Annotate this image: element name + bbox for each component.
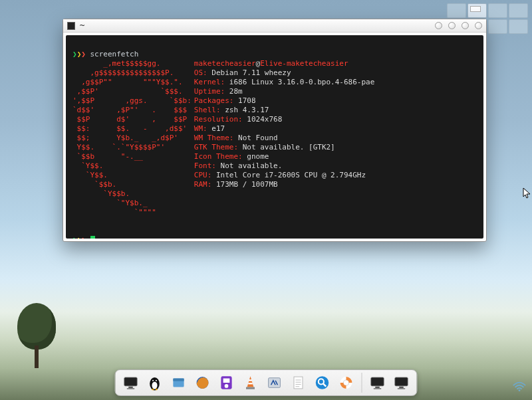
dock[interactable]	[115, 369, 418, 396]
window-titlebar[interactable]: ~	[63, 19, 486, 33]
screenfetch-ascii-logo: _,met$$$$$gg. ,g$$$$$$$$$$$$$$$P. ,g$$P"…	[72, 59, 192, 217]
workspace-cell[interactable]	[447, 3, 466, 18]
wallpaper-tree	[17, 303, 56, 368]
svg-point-5	[152, 380, 154, 381]
terminal-cursor	[90, 236, 95, 239]
window-title: ~	[79, 21, 85, 30]
search-blue-icon[interactable]	[313, 373, 332, 393]
svg-point-6	[156, 380, 157, 381]
window-shade-button[interactable]	[462, 22, 469, 29]
terminal-viewport[interactable]: ❯❯❯ screenfetch _,met$$$$$gg. ,g$$$$$$$$…	[66, 35, 483, 239]
shell-prompt: ❯❯❯	[72, 236, 86, 239]
dock-separator	[362, 373, 362, 393]
shell-prompt: ❯❯❯	[72, 50, 86, 58]
svg-rect-27	[399, 387, 404, 388]
workspace-cell[interactable]	[509, 3, 528, 18]
window-close-button[interactable]	[475, 22, 482, 29]
svg-rect-1	[128, 387, 133, 388]
svg-rect-13	[249, 379, 252, 381]
svg-rect-14	[248, 383, 253, 384]
terminal-window[interactable]: ~ ❯❯❯ screenfetch _,met$$$$$gg. ,g$$$$$$…	[63, 19, 487, 242]
shell-command: screenfetch	[90, 50, 139, 58]
window-minimize-button[interactable]	[435, 22, 442, 29]
terminal-app-icon	[67, 22, 75, 30]
document-icon[interactable]	[289, 373, 309, 393]
svg-rect-24	[375, 387, 380, 388]
workspace-cell[interactable]	[509, 19, 528, 34]
svg-rect-15	[246, 387, 255, 389]
svg-rect-11	[223, 379, 230, 383]
wifi-icon[interactable]	[512, 381, 527, 392]
svg-point-22	[343, 380, 348, 385]
svg-rect-2	[127, 388, 134, 389]
mouse-cursor-icon	[523, 187, 531, 199]
svg-point-18	[316, 376, 329, 389]
window-maximize-button[interactable]	[448, 22, 456, 29]
svg-rect-0	[124, 377, 138, 386]
monitor-a-icon[interactable]	[368, 373, 388, 393]
svg-point-29	[519, 389, 521, 391]
virtualbox-icon[interactable]	[265, 373, 285, 393]
svg-point-12	[225, 384, 229, 388]
home-monitor-icon[interactable]	[121, 373, 141, 393]
penguin-icon[interactable]	[145, 373, 165, 393]
vlc-icon[interactable]	[241, 373, 261, 393]
svg-rect-17	[294, 377, 303, 389]
workspace-cell[interactable]	[488, 19, 507, 34]
music-purple-icon[interactable]	[217, 373, 237, 393]
system-tray[interactable]	[512, 381, 527, 395]
workspace-cell[interactable]	[488, 3, 507, 18]
monitor-b-icon[interactable]	[392, 373, 412, 393]
lifesaver-icon[interactable]	[336, 373, 356, 393]
svg-rect-8	[173, 379, 184, 381]
iceweasel-icon[interactable]	[193, 373, 213, 393]
svg-rect-26	[395, 377, 408, 386]
workspace-cell[interactable]	[467, 3, 487, 18]
files-icon[interactable]	[169, 373, 189, 393]
svg-rect-25	[374, 388, 381, 389]
svg-point-4	[152, 381, 157, 389]
screenfetch-info: maketecheasier@Elive-maketecheasier OS: …	[194, 59, 375, 217]
svg-rect-23	[371, 377, 384, 386]
svg-rect-28	[398, 388, 405, 389]
